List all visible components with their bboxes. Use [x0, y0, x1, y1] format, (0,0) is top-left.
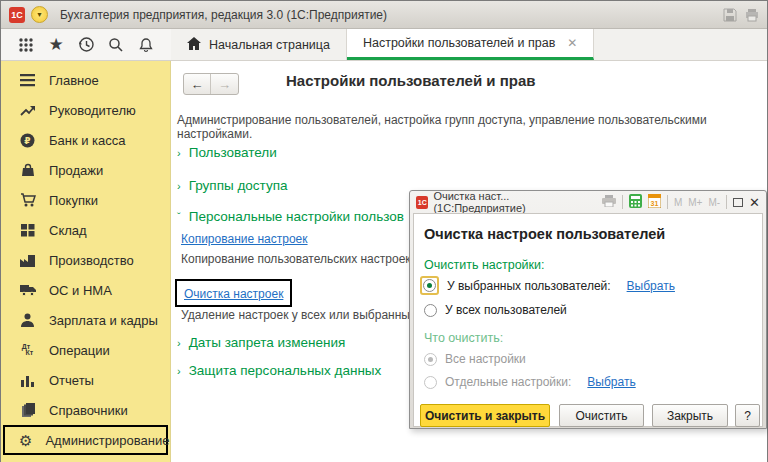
- tab-home-label: Начальная страница: [209, 38, 330, 52]
- sidebar-item-label: Склад: [49, 223, 87, 238]
- chevron-right-icon: ›: [177, 147, 181, 159]
- person-icon: [19, 313, 36, 327]
- tab-user-settings[interactable]: Настройки пользователей и прав ✕: [347, 29, 594, 60]
- copy-settings-description: Копирование пользовательских настроек м: [181, 252, 422, 266]
- dialog-body: Очистка настроек пользователей Очистить …: [413, 213, 763, 427]
- section-users[interactable]: › Пользователи: [177, 145, 277, 160]
- clear-settings-group-label: Очистить настройки:: [424, 258, 545, 272]
- sidebar-item-operations[interactable]: Дт Кт Операции: [1, 335, 170, 365]
- dt-kt-icon: Дт Кт: [19, 344, 36, 356]
- section-personal-settings[interactable]: ˇ Персональные настройки пользов: [177, 209, 404, 224]
- sidebar-item-label: Производство: [49, 253, 134, 268]
- sidebar-item-label: Продажи: [49, 163, 103, 178]
- app-logo-1c-icon: 1С: [9, 7, 25, 23]
- section-label: Группы доступа: [189, 178, 288, 193]
- sidebar-item-sales[interactable]: Продажи: [1, 155, 170, 185]
- notifications-bell-icon[interactable]: [135, 34, 157, 56]
- sidebar-item-reports[interactable]: Отчеты: [1, 365, 170, 395]
- radio-all-users[interactable]: У всех пользователей: [424, 303, 567, 317]
- forward-button[interactable]: →: [211, 74, 238, 94]
- svg-text:₽: ₽: [24, 136, 30, 146]
- sidebar-item-label: Администрирование: [45, 433, 169, 448]
- sidebar: Главное Руководителю ₽ Банк и касса Прод…: [1, 61, 171, 462]
- sidebar-item-label: Руководителю: [49, 103, 136, 118]
- clear-and-close-button[interactable]: Очистить и закрыть: [420, 404, 550, 427]
- ruble-circle-icon: ₽: [19, 133, 36, 148]
- section-label: Персональные настройки пользов: [189, 209, 404, 224]
- tab-home[interactable]: Начальная страница: [171, 29, 347, 60]
- sidebar-item-bank-cash[interactable]: ₽ Банк и касса: [1, 125, 170, 155]
- home-icon: [187, 37, 201, 53]
- sidebar-item-production[interactable]: Производство: [1, 245, 170, 275]
- radio-label: У всех пользователей: [445, 303, 567, 317]
- radio-icon: [424, 353, 437, 366]
- sidebar-item-directories[interactable]: Справочники: [1, 395, 170, 425]
- annotation-box-clear-settings: Очистка настроек: [175, 279, 292, 307]
- tab-close-icon[interactable]: ✕: [567, 36, 577, 50]
- close-button[interactable]: Закрыть: [652, 404, 728, 427]
- radio-label: Отдельные настройки:: [445, 375, 571, 389]
- chevron-down-icon: ˇ: [177, 211, 181, 223]
- sidebar-item-warehouse[interactable]: Склад: [1, 215, 170, 245]
- dialog-print-icon[interactable]: [602, 195, 616, 209]
- search-icon[interactable]: [105, 34, 127, 56]
- sidebar-item-label: ОС и НМА: [49, 283, 112, 298]
- dialog-titlebar: 1С Очистка наст... (1С:Предприятие) 31 M…: [413, 191, 763, 213]
- favorites-star-icon[interactable]: ★: [45, 34, 67, 56]
- copy-settings-link[interactable]: Копирование настроек: [181, 232, 308, 246]
- nav-buttons: ← →: [183, 73, 239, 95]
- main-menu-button[interactable]: ▼: [31, 6, 48, 23]
- clear-settings-link[interactable]: Очистка настроек: [184, 287, 283, 301]
- section-access-groups[interactable]: › Группы доступа: [177, 178, 287, 193]
- choose-users-link[interactable]: Выбрать: [627, 279, 675, 293]
- grid-boxes-icon: [19, 224, 36, 237]
- clear-button[interactable]: Очистить: [559, 404, 644, 427]
- radio-selected-users[interactable]: У выбранных пользователей: Выбрать: [420, 276, 675, 295]
- quick-toolbar: ★: [1, 29, 171, 60]
- toolbar-row: ★ Начальная страница Настройки пользоват…: [1, 29, 767, 61]
- trend-arrow-icon: [19, 104, 36, 117]
- calendar-icon[interactable]: 31: [648, 194, 661, 210]
- memory-m-button: M: [674, 197, 682, 208]
- radio-icon: [424, 376, 437, 389]
- sidebar-item-administration[interactable]: ⚙ Администрирование: [3, 425, 168, 455]
- truck-icon: [19, 284, 36, 296]
- sidebar-item-purchases[interactable]: Покупки: [1, 185, 170, 215]
- section-label: Защита персональных данных: [189, 363, 382, 378]
- tab-active-label: Настройки пользователей и прав: [363, 36, 555, 50]
- help-button[interactable]: ?: [735, 404, 760, 427]
- maximize-icon[interactable]: [733, 198, 743, 207]
- window-titlebar: 1С ▼ Бухгалтерия предприятия, редакция 3…: [1, 1, 767, 29]
- page-title: Настройки пользователей и прав: [286, 72, 535, 89]
- calculator-icon[interactable]: [629, 194, 642, 210]
- app-window: 1С ▼ Бухгалтерия предприятия, редакция 3…: [0, 0, 768, 462]
- apps-grid-icon[interactable]: [15, 34, 37, 56]
- history-icon[interactable]: [75, 34, 97, 56]
- menu-lines-icon: [19, 74, 36, 87]
- books-icon: [19, 403, 36, 417]
- radio-separate-settings: Отдельные настройки: Выбрать: [424, 375, 636, 389]
- sidebar-item-main[interactable]: Главное: [1, 65, 170, 95]
- dialog-logo-1c-icon: 1С: [416, 196, 428, 209]
- sidebar-item-label: Операции: [49, 343, 110, 358]
- sidebar-item-manager[interactable]: Руководителю: [1, 95, 170, 125]
- radio-icon: [424, 304, 437, 317]
- memory-m-plus-button: M+: [688, 197, 702, 208]
- section-change-ban-dates[interactable]: › Даты запрета изменения: [177, 335, 345, 350]
- sidebar-item-label: Справочники: [49, 403, 128, 418]
- close-icon[interactable]: ✕: [749, 196, 760, 209]
- back-button[interactable]: ←: [184, 74, 211, 94]
- section-personal-data-protection[interactable]: › Защита персональных данных: [177, 363, 381, 378]
- sidebar-item-salary-hr[interactable]: Зарплата и кадры: [1, 305, 170, 335]
- radio-all-settings: Все настройки: [424, 352, 526, 366]
- chevron-right-icon: ›: [177, 180, 181, 192]
- radio-label: У выбранных пользователей:: [447, 279, 611, 293]
- sidebar-item-label: Отчеты: [49, 373, 94, 388]
- page-description: Администрирование пользователей, настрой…: [177, 113, 767, 141]
- choose-settings-link[interactable]: Выбрать: [587, 375, 635, 389]
- dialog-heading: Очистка настроек пользователей: [424, 226, 665, 242]
- radio-label: Все настройки: [445, 352, 526, 366]
- save-icon: [723, 8, 737, 22]
- chevron-down-icon: ▼: [36, 11, 43, 18]
- sidebar-item-fixed-assets[interactable]: ОС и НМА: [1, 275, 170, 305]
